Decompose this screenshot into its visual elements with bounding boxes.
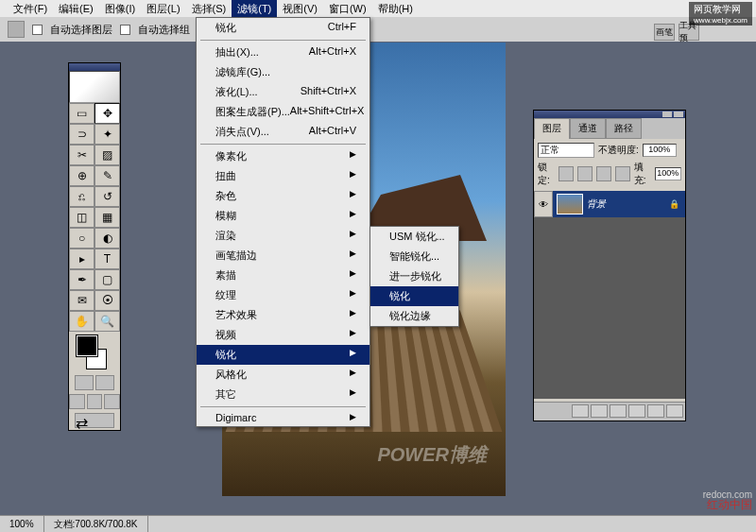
move-tool-preset-icon[interactable] <box>8 21 25 38</box>
menu-artistic[interactable]: 艺术效果▶ <box>197 305 369 325</box>
gradient-tool[interactable]: ▦ <box>94 207 120 228</box>
menu-filter[interactable]: 滤镜(T) <box>232 0 277 18</box>
layer-thumbnail[interactable] <box>557 194 583 215</box>
crop-tool[interactable]: ✂ <box>69 145 94 165</box>
foreground-color-swatch[interactable] <box>77 335 97 356</box>
zoom-tool[interactable]: 🔍 <box>94 311 120 332</box>
jump-to-imageready[interactable]: ⇄ <box>75 413 114 428</box>
submenu-sharpen-more[interactable]: 进一步锐化 <box>370 266 458 286</box>
auto-select-layer-checkbox[interactable] <box>32 25 43 35</box>
notes-tool[interactable]: ✉ <box>69 290 94 311</box>
eyedropper-tool[interactable]: ⦿ <box>94 290 120 311</box>
opacity-label: 不透明度: <box>598 144 639 157</box>
submenu-sharpen[interactable]: 锐化 <box>370 286 458 306</box>
menu-liquify[interactable]: 液化(L)...Shift+Ctrl+X <box>197 82 369 102</box>
visibility-eye-icon[interactable]: 👁 <box>534 191 553 217</box>
layer-mask-button[interactable] <box>591 404 608 418</box>
menu-texture[interactable]: 纹理▶ <box>197 285 369 305</box>
color-swatches[interactable] <box>73 335 114 369</box>
zoom-level[interactable]: 100% <box>0 516 44 532</box>
quickmask-mode-button[interactable] <box>95 375 114 390</box>
screen-mode-1[interactable] <box>69 394 85 409</box>
submenu-sharpen-edges[interactable]: 锐化边缘 <box>370 306 458 326</box>
screen-mode-3[interactable] <box>104 394 120 409</box>
hand-tool[interactable]: ✋ <box>69 311 94 332</box>
menu-video[interactable]: 视频▶ <box>197 325 369 345</box>
shape-tool[interactable]: ▢ <box>94 269 120 290</box>
menu-vanishing-point[interactable]: 消失点(V)...Alt+Ctrl+V <box>197 122 369 142</box>
menu-sketch[interactable]: 素描▶ <box>197 266 369 285</box>
brush-toolbar-icon[interactable]: 画笔 <box>654 24 675 41</box>
type-tool[interactable]: T <box>94 249 120 269</box>
magic-wand-tool[interactable]: ✦ <box>94 124 120 145</box>
move-tool[interactable]: ✥ <box>94 103 120 124</box>
layer-row[interactable]: 👁 背景 🔒 <box>534 191 685 217</box>
doc-info[interactable]: 文档: 700.8K/700.8K <box>44 516 148 532</box>
minimize-icon[interactable] <box>662 112 672 117</box>
standard-mode-button[interactable] <box>75 375 94 390</box>
menu-other[interactable]: 其它▶ <box>197 385 369 404</box>
menu-help[interactable]: 帮助(H) <box>372 0 419 18</box>
blur-tool[interactable]: ○ <box>69 228 94 249</box>
menu-extract[interactable]: 抽出(X)...Alt+Ctrl+X <box>197 43 369 62</box>
tab-channels[interactable]: 通道 <box>570 118 606 139</box>
path-select-tool[interactable]: ▸ <box>69 249 94 269</box>
lasso-tool[interactable]: ⊃ <box>69 124 94 145</box>
menu-view[interactable]: 视图(V) <box>277 0 323 18</box>
menu-render[interactable]: 渲染▶ <box>197 226 369 246</box>
screen-mode-2[interactable] <box>87 394 103 409</box>
menu-image[interactable]: 图像(I) <box>99 0 141 18</box>
blend-mode-select[interactable]: 正常 <box>538 143 594 158</box>
tab-paths[interactable]: 路径 <box>606 118 642 139</box>
submenu-usm-sharpen[interactable]: USM 锐化... <box>370 227 458 247</box>
menu-brush-strokes[interactable]: 画笔描边▶ <box>197 246 369 266</box>
menu-blur[interactable]: 模糊▶ <box>197 206 369 226</box>
slice-tool[interactable]: ▨ <box>94 145 120 165</box>
new-group-button[interactable] <box>610 404 627 418</box>
menu-filter-gallery[interactable]: 滤镜库(G)... <box>197 62 369 82</box>
tools-header[interactable] <box>69 63 120 71</box>
lock-position-icon[interactable] <box>596 166 611 181</box>
auto-select-group-checkbox[interactable] <box>120 25 130 35</box>
lock-pixels-icon[interactable] <box>577 166 593 181</box>
tool-preset-icon[interactable]: 工具预 <box>679 24 699 41</box>
dodge-tool[interactable]: ◐ <box>94 228 120 249</box>
menu-edit[interactable]: 编辑(E) <box>53 0 99 18</box>
eraser-tool[interactable]: ◫ <box>69 207 94 228</box>
menu-distort[interactable]: 扭曲▶ <box>197 166 369 186</box>
layer-style-button[interactable] <box>572 404 589 418</box>
menu-last-filter[interactable]: 锐化 Ctrl+F <box>197 18 369 38</box>
clone-stamp-tool[interactable]: ⎌ <box>69 186 94 207</box>
menu-select[interactable]: 选择(S) <box>186 0 232 18</box>
healing-brush-tool[interactable]: ⊕ <box>69 165 94 186</box>
history-brush-tool[interactable]: ↺ <box>94 186 120 207</box>
layers-panel: 图层 通道 路径 正常 不透明度: 100% 锁定: 填充: 100% 👁 背景… <box>533 110 686 421</box>
panel-header[interactable] <box>534 111 685 118</box>
pen-tool[interactable]: ✒ <box>69 269 94 290</box>
new-layer-button[interactable] <box>647 404 664 418</box>
adjustment-layer-button[interactable] <box>628 404 645 418</box>
menu-pixelate[interactable]: 像素化▶ <box>197 146 369 166</box>
delete-layer-button[interactable] <box>666 404 683 418</box>
opacity-input[interactable]: 100% <box>643 144 677 157</box>
tab-layers[interactable]: 图层 <box>534 118 570 139</box>
menu-window[interactable]: 窗口(W) <box>323 0 372 18</box>
layer-name-label[interactable]: 背景 <box>587 197 669 211</box>
close-icon[interactable] <box>674 112 683 117</box>
lock-transparency-icon[interactable] <box>558 166 574 181</box>
layer-list: 👁 背景 🔒 <box>534 191 685 399</box>
marquee-tool[interactable]: ▭ <box>69 103 94 124</box>
menu-stylize[interactable]: 风格化▶ <box>197 365 369 385</box>
menu-layer[interactable]: 图层(L) <box>141 0 185 18</box>
brush-tool[interactable]: ✎ <box>94 165 120 186</box>
menu-pattern-maker[interactable]: 图案生成器(P)...Alt+Shift+Ctrl+X <box>197 102 369 122</box>
lock-all-icon[interactable] <box>615 166 630 181</box>
submenu-arrow-icon: ▶ <box>350 348 356 362</box>
menu-digimarc[interactable]: Digimarc▶ <box>197 409 369 426</box>
submenu-smart-sharpen[interactable]: 智能锐化... <box>370 247 458 266</box>
menu-separator <box>200 406 366 407</box>
menu-file[interactable]: 文件(F) <box>8 0 53 18</box>
menu-noise[interactable]: 杂色▶ <box>197 186 369 206</box>
fill-input[interactable]: 100% <box>655 167 681 180</box>
menu-sharpen[interactable]: 锐化▶ <box>197 345 369 365</box>
